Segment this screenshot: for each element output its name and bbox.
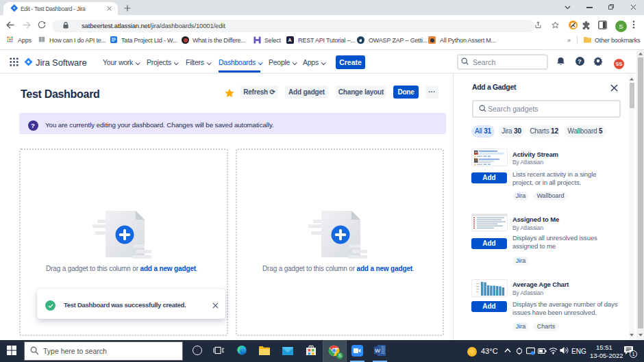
svg-text:W: W [375,348,380,354]
